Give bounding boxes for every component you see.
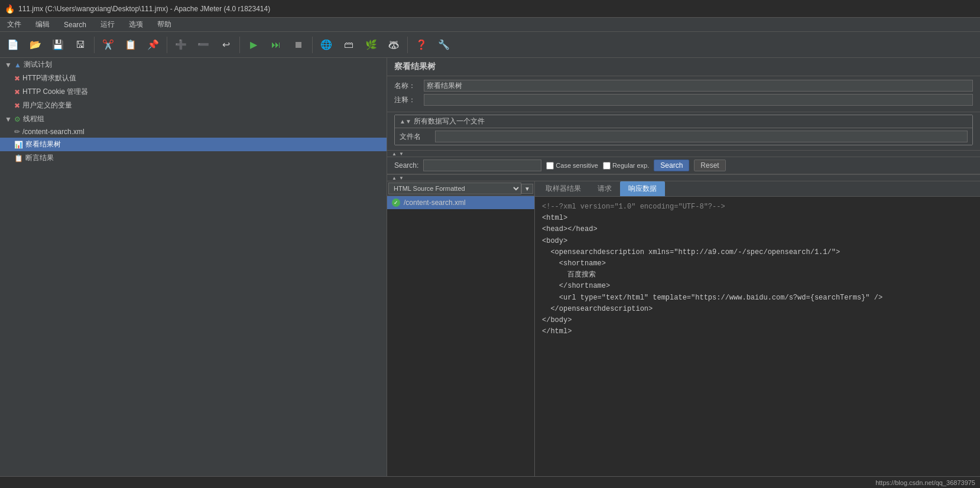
config-icon: ✖ (14, 88, 20, 96)
left-panel: ▼ ▲ 测试计划 ✖ HTTP请求默认值 ✖ HTTP Cookie 管理器 ✖… (0, 58, 387, 476)
regular-exp-checkbox[interactable] (603, 162, 611, 170)
case-sensitive-label: Case sensitive (546, 162, 598, 170)
stop-button[interactable]: ⏹ (288, 35, 309, 55)
expand-icon: ▼ (5, 115, 12, 123)
tree-item-http-defaults[interactable]: ✖ HTTP请求默认值 (0, 71, 387, 85)
search-input[interactable] (423, 160, 541, 171)
remove-button[interactable]: ➖ (193, 35, 214, 55)
dropdown-arrow-button[interactable]: ▼ (521, 184, 533, 194)
code-line-9: <url type="text/html" template="https://… (542, 292, 973, 304)
options-button[interactable]: 🔧 (433, 35, 455, 55)
menu-help[interactable]: 帮助 (152, 18, 176, 31)
copy-button[interactable]: 📋 (120, 35, 141, 55)
tree-item-label: 测试计划 (24, 60, 52, 70)
collapse-down-icon[interactable]: ▼ (399, 151, 404, 157)
menu-file[interactable]: 文件 (2, 18, 26, 31)
case-sensitive-checkbox[interactable] (546, 162, 554, 170)
config-icon: ✖ (14, 102, 20, 110)
tree-item-content-search[interactable]: ✏ /content-search.xml (0, 126, 387, 138)
remote-start-button[interactable]: 🌐 (316, 35, 337, 55)
collapse-bar-1: ▲ ▼ (387, 150, 980, 157)
open-button[interactable]: 📂 (25, 35, 46, 55)
tab-request[interactable]: 请求 (589, 181, 620, 196)
filename-input[interactable] (435, 131, 968, 142)
right-panel: 察看结果树 名称： 注释： ▲▼ 所有数据写入一个文件 文件名 (387, 58, 980, 476)
tree-item-testplan[interactable]: ▼ ▲ 测试计划 (0, 58, 387, 71)
templates-button[interactable]: 🗃 (338, 35, 359, 55)
file-section-label: 所有数据写入一个文件 (414, 116, 485, 126)
spy-button[interactable]: 🦝 (383, 35, 404, 55)
reset-button[interactable]: Reset (694, 160, 725, 171)
tree-item-user-vars[interactable]: ✖ 用户定义的变量 (0, 99, 387, 112)
name-row: 名称： (394, 80, 973, 92)
status-text: https://blog.csdn.net/qq_36873975 (875, 479, 975, 486)
tree-item-result-tree[interactable]: 📊 察看结果树 (0, 138, 387, 151)
result-area: HTML Source Formatted HTML XML JSON Text… (387, 181, 980, 476)
menu-run[interactable]: 运行 (96, 18, 119, 31)
panel-title: 察看结果树 (387, 58, 980, 76)
menu-search[interactable]: Search (59, 19, 91, 30)
toolbar-separator-5 (407, 37, 408, 53)
start-button[interactable]: ▶ (243, 35, 264, 55)
result-status-icon: ✓ (392, 199, 400, 207)
tree-item-label: 察看结果树 (25, 139, 61, 149)
collapse-bar-2: ▲ ▼ (387, 174, 980, 181)
result-item-label: /content-search.xml (404, 199, 466, 207)
file-section-arrows: ▲▼ (400, 118, 411, 125)
result-content-panel: 取样器结果 请求 响应数据 <!--?xml version="1.0" enc… (535, 181, 980, 476)
comment-row: 注释： (394, 94, 973, 106)
comment-label: 注释： (394, 95, 424, 105)
help-button[interactable]: ❓ (411, 35, 432, 55)
tree-item-assert-result[interactable]: 📋 断言结果 (0, 151, 387, 165)
tree-item-thread-group[interactable]: ▼ ⚙ 线程组 (0, 112, 387, 126)
tree-item-label: /content-search.xml (22, 128, 85, 136)
code-line-6: <shortname> (542, 258, 973, 269)
listener-icon: 📊 (14, 141, 23, 149)
toolbar-separator-1 (94, 37, 95, 53)
search-label: Search: (394, 161, 418, 170)
collapse-down-icon-2[interactable]: ▼ (399, 175, 404, 181)
code-line-11: </body> (542, 315, 973, 326)
tab-sampler-result[interactable]: 取样器结果 (537, 181, 589, 196)
filename-label: 文件名 (400, 132, 435, 142)
new-button[interactable]: 📄 (2, 35, 24, 55)
save-as-button[interactable]: 🖫 (70, 35, 91, 55)
title-bar: 🔥 111.jmx (C:\Users\wangxiang\Desktop\11… (0, 0, 980, 18)
plan-icon: ▲ (14, 61, 21, 69)
result-list-item[interactable]: ✓ /content-search.xml (387, 196, 534, 209)
code-line-1: <!--?xml version="1.0" encoding="UTF-8"?… (542, 201, 973, 213)
cut-button[interactable]: ✂️ (98, 35, 119, 55)
code-line-12: </html> (542, 326, 973, 337)
search-area: Search: Case sensitive Regular exp. Sear… (387, 157, 980, 174)
save-button[interactable]: 💾 (47, 35, 69, 55)
menu-options[interactable]: 选项 (124, 18, 148, 31)
tree-item-cookie-manager[interactable]: ✖ HTTP Cookie 管理器 (0, 85, 387, 99)
config-icon: ✖ (14, 74, 20, 83)
code-content: <!--?xml version="1.0" encoding="UTF-8"?… (535, 197, 980, 476)
clear-button[interactable]: 🌿 (361, 35, 382, 55)
toolbar-separator-2 (167, 37, 167, 53)
paste-button[interactable]: 📌 (142, 35, 164, 55)
search-button[interactable]: Search (654, 160, 689, 171)
code-line-7: 百度搜索 (542, 269, 973, 281)
tab-response-data[interactable]: 响应数据 (620, 181, 665, 196)
file-section-wrapper: ▲▼ 所有数据写入一个文件 文件名 (387, 112, 980, 150)
comment-input[interactable] (424, 94, 973, 106)
undo-button[interactable]: ↩ (215, 35, 236, 55)
tree-item-label: 用户定义的变量 (22, 100, 72, 110)
name-input[interactable] (424, 80, 973, 92)
collapse-up-icon[interactable]: ▲ (392, 151, 397, 157)
add-button[interactable]: ➕ (170, 35, 192, 55)
collapse-up-icon-2[interactable]: ▲ (392, 175, 397, 181)
file-section-title: ▲▼ 所有数据写入一个文件 (395, 115, 972, 128)
result-list-panel: HTML Source Formatted HTML XML JSON Text… (387, 181, 535, 476)
code-line-10: </opensearchdescription> (542, 304, 973, 315)
app-icon: 🔥 (5, 4, 15, 14)
request-icon: ✏ (14, 128, 20, 136)
menu-bar: 文件 编辑 Search 运行 选项 帮助 (0, 18, 980, 32)
code-line-5: <opensearchdescription xmlns="http://a9.… (542, 247, 973, 258)
toolbar-separator-4 (312, 37, 313, 53)
start-nopause-button[interactable]: ⏭ (265, 35, 287, 55)
format-select[interactable]: HTML Source Formatted HTML XML JSON Text (388, 183, 521, 194)
menu-edit[interactable]: 编辑 (31, 18, 54, 31)
